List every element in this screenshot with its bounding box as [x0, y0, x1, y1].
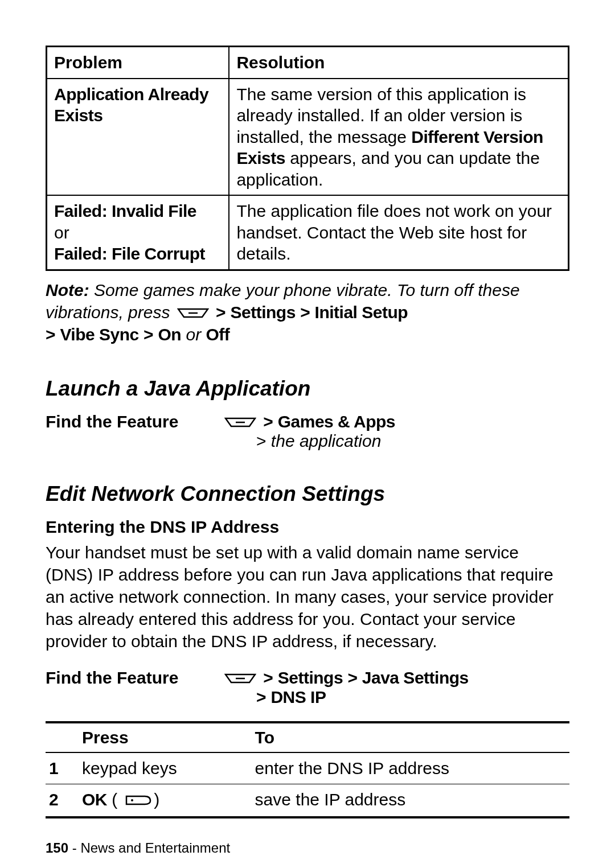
subheading-dns: Entering the DNS IP Address — [46, 517, 569, 537]
menu-key-icon — [224, 673, 256, 685]
find-feature-label: Find the Feature — [46, 412, 222, 451]
resolution-cell: The same version of this application is … — [229, 79, 568, 196]
page-number: 150 — [46, 840, 68, 855]
problem-or: or — [54, 222, 222, 244]
gt: > — [216, 303, 226, 322]
step-press: OK ( ) — [79, 784, 252, 817]
steps-table: Press To 1 keypad keys enter the DNS IP … — [46, 721, 569, 818]
nav-settings: Settings — [278, 668, 343, 687]
dns-body-text: Your handset must be set up with a valid… — [46, 541, 569, 652]
gt: > — [347, 668, 357, 687]
nav-off: Off — [206, 325, 229, 344]
menu-key-icon — [177, 308, 209, 319]
problem-line2: Failed: File Corrupt — [54, 243, 222, 265]
note-or: or — [181, 325, 206, 344]
table-row: 2 OK ( ) save the IP address — [46, 784, 569, 817]
nav-games-apps: Games & Apps — [278, 412, 395, 431]
footer-section: News and Entertainment — [80, 840, 230, 855]
gt: > — [300, 303, 310, 322]
col-header-problem: Problem — [47, 47, 229, 79]
feature-path: > Games & Apps > the application — [222, 412, 569, 451]
path-prefix: > — [256, 431, 271, 450]
gt: > — [256, 688, 266, 706]
paren-open: ( — [112, 790, 117, 809]
gt: > — [263, 668, 273, 687]
page-footer: 150 - News and Entertainment — [46, 840, 569, 856]
nav-settings: Settings — [230, 303, 295, 322]
footer-sep: - — [68, 840, 80, 855]
nav-initial-setup: Initial Setup — [315, 303, 408, 322]
step-number: 1 — [46, 752, 79, 784]
step-number: 2 — [46, 784, 79, 817]
nav-vibe-sync: Vibe Sync — [60, 325, 138, 344]
note-block: Note: Some games make your phone vibrate… — [46, 279, 569, 345]
col-header-empty — [46, 722, 79, 752]
problem-resolution-table: Problem Resolution Application Already E… — [46, 46, 569, 271]
section-heading-edit-network: Edit Network Connection Settings — [46, 482, 569, 506]
problem-text: Application Already Exists — [54, 85, 208, 125]
path-the-application: the application — [271, 431, 381, 450]
gt: > — [144, 325, 153, 344]
table-row: 1 keypad keys enter the DNS IP address — [46, 752, 569, 784]
paren-close: ) — [154, 790, 159, 809]
resolution-text: The application file does not work on yo… — [236, 201, 552, 263]
table-row: Failed: Invalid File or Failed: File Cor… — [47, 195, 569, 270]
steps-header-row: Press To — [46, 722, 569, 752]
ok-label: OK — [82, 790, 107, 809]
find-feature-row: Find the Feature > Settings > Java Setti… — [46, 668, 569, 707]
step-to: enter the DNS IP address — [252, 752, 569, 784]
nav-dns-ip: DNS IP — [270, 688, 326, 706]
table-header-row: Problem Resolution — [47, 47, 569, 79]
section-heading-launch: Launch a Java Application — [46, 377, 569, 401]
gt: > — [46, 325, 55, 344]
col-header-press: Press — [79, 722, 252, 752]
menu-key-icon — [224, 417, 256, 429]
col-header-to: To — [252, 722, 569, 752]
find-feature-label: Find the Feature — [46, 668, 222, 707]
softkey-icon — [120, 791, 151, 811]
step-to: save the IP address — [252, 784, 569, 817]
nav-on: On — [158, 325, 181, 344]
nav-java-settings: Java Settings — [362, 668, 469, 687]
col-header-resolution: Resolution — [229, 47, 568, 79]
find-feature-row: Find the Feature > Games & Apps > the ap… — [46, 412, 569, 451]
problem-line1: Failed: Invalid File — [54, 200, 222, 222]
step-press: keypad keys — [79, 752, 252, 784]
feature-path: > Settings > Java Settings > DNS IP — [222, 668, 569, 707]
svg-point-3 — [131, 799, 133, 801]
gt: > — [263, 412, 273, 431]
table-row: Application Already Exists The same vers… — [47, 79, 569, 196]
note-label: Note: — [46, 281, 89, 299]
